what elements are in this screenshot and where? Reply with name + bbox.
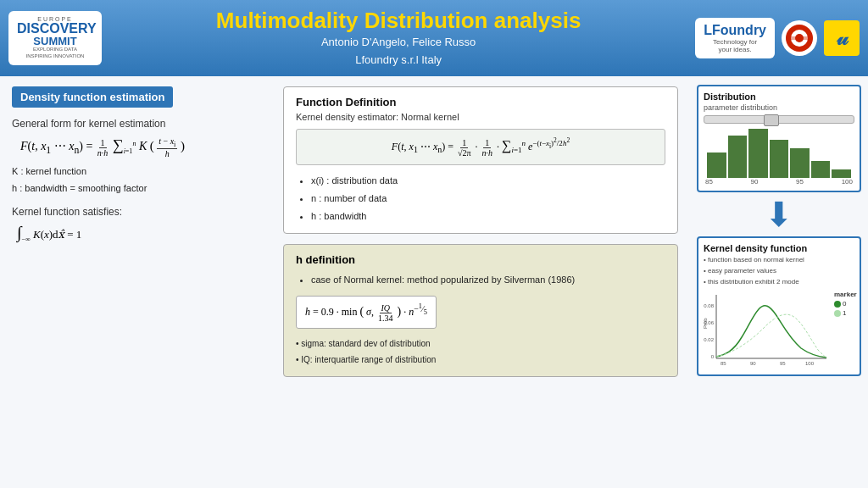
- normal-kernel-formula: F(t, x1 ⋯ xn) = 1 √2π · 1 n·h · ∑i=1n e−…: [296, 129, 665, 165]
- svg-text:100: 100: [805, 361, 815, 366]
- kde-subs: • function based on normal kernel • easy…: [704, 255, 854, 287]
- bullet-item-x: x(i) : distribution data: [311, 172, 665, 190]
- right-panel: Distribution parameter distribution 85: [690, 76, 868, 488]
- svg-text:0.02: 0.02: [704, 337, 714, 342]
- h-def-title: h definition: [296, 253, 665, 266]
- func-def-subtitle: Kernel density estimator: Normal kernel: [296, 112, 665, 122]
- u-logo: 𝓊: [824, 20, 860, 56]
- header-subtitle2: Lfoundry s.r.l Italy: [102, 52, 695, 69]
- header: EUROPE DISCOVERY SUMMIT EXPLORING DATA I…: [0, 0, 868, 76]
- h-formula: h = 0.9 · min ( σ, IQ 1.34 ) · n−1⁄5: [296, 296, 437, 329]
- circle-logo-svg: [784, 23, 815, 53]
- logo-summit-text: SUMMIT: [17, 36, 93, 47]
- svg-text:95: 95: [780, 361, 786, 366]
- svg-text:90: 90: [750, 361, 756, 366]
- h-def-bullet: case of Normal kernel: method popularize…: [311, 271, 665, 289]
- header-center: Multimodality Distribution analysis Anto…: [102, 8, 695, 69]
- bar-2: [728, 136, 748, 178]
- section-title: Density function estimation: [12, 86, 173, 108]
- legend-title: marker: [834, 291, 857, 298]
- kernel-notes: K : kernel function h : bandwidth = smoo…: [12, 164, 259, 197]
- main-content: Density function estimation General form…: [0, 76, 868, 488]
- kde-legend: marker 0 1: [834, 291, 857, 369]
- kde-chart-area: 0 0.02 0.06 0.08 85 90 95 100: [704, 291, 854, 369]
- kde-svg-container: 0 0.02 0.06 0.08 85 90 95 100: [704, 291, 831, 369]
- bullet-item-n: n : number of data: [311, 190, 665, 208]
- bar-1: [707, 152, 726, 178]
- h-definition-box: h definition case of Normal kernel: meth…: [283, 244, 678, 377]
- bar-6: [811, 161, 831, 178]
- lfoundry-name: LFoundry: [704, 23, 766, 38]
- svg-text:0: 0: [711, 354, 715, 359]
- logo-discovery-text: DISCOVERY: [17, 22, 93, 36]
- lfoundry-tagline: Technology foryour ideas.: [704, 38, 766, 53]
- legend-item-1: 1: [834, 309, 857, 317]
- h-notes: • sigma: standard dev of distribution • …: [296, 336, 665, 368]
- main-kernel-formula: F(t, x1 ⋯ xn) = 1 n·h ∑i=1n K ( t − xi h…: [20, 136, 259, 158]
- bar-7: [832, 169, 851, 178]
- func-def-title: Function Definition: [296, 96, 665, 108]
- svg-text:0.08: 0.08: [704, 303, 714, 308]
- bullet-item-h: h : bandwidth: [311, 208, 665, 225]
- svg-rect-3: [786, 36, 813, 40]
- bar-3: [748, 129, 768, 178]
- header-subtitle1: Antonio D'Angelo, Felice Russo: [102, 34, 695, 52]
- bar-4: [770, 140, 789, 178]
- distribution-bar-chart: [704, 127, 854, 178]
- slider-track[interactable]: [704, 115, 854, 124]
- down-arrow: ⬇: [697, 197, 861, 231]
- slider-thumb[interactable]: [764, 114, 779, 126]
- bar-5: [790, 148, 810, 178]
- kde-svg: 0 0.02 0.06 0.08 85 90 95 100: [704, 291, 831, 367]
- header-right-logos: LFoundry Technology foryour ideas. 𝓊: [695, 18, 860, 58]
- svg-text:85: 85: [721, 361, 726, 366]
- discovery-summit-logo: EUROPE DISCOVERY SUMMIT EXPLORING DATA I…: [8, 11, 102, 65]
- distribution-box: Distribution parameter distribution 85: [697, 85, 861, 192]
- lfoundry-logo-box: LFoundry Technology foryour ideas.: [695, 18, 775, 58]
- h-def-bullet-list: case of Normal kernel: method popularize…: [296, 271, 665, 289]
- slider-row: [704, 115, 854, 124]
- dist-chart-labels: 85 90 95 100: [704, 178, 854, 186]
- integral-formula: ∫−∞ K(x)dx̂ = 1: [17, 223, 259, 243]
- legend-color-0: [834, 301, 841, 308]
- logo-tagline: EXPLORING DATA INSPIRING INNOVATION: [17, 47, 93, 60]
- legend-color-1: [834, 310, 841, 317]
- main-title: Multimodality Distribution analysis: [102, 8, 695, 34]
- svg-text:Prob: Prob: [704, 318, 708, 329]
- general-form-title: General form for kernel estimation: [12, 118, 259, 130]
- function-definition-box: Function Definition Kernel density estim…: [283, 86, 678, 234]
- dist-title: Distribution: [704, 92, 854, 102]
- middle-panel: Function Definition Kernel density estim…: [271, 76, 690, 488]
- kernel-bullet-list: x(i) : distribution data n : number of d…: [296, 172, 665, 225]
- satisfies-title: Kernel function satisfies:: [12, 206, 259, 218]
- dist-sub: parameter distribution: [704, 103, 854, 112]
- kde-title: Kernel density function: [704, 243, 854, 253]
- lfoundry-circle-logo: [782, 20, 817, 56]
- legend-item-0: 0: [834, 300, 857, 308]
- left-panel: Density function estimation General form…: [0, 76, 271, 488]
- kde-box: Kernel density function • function based…: [697, 236, 861, 376]
